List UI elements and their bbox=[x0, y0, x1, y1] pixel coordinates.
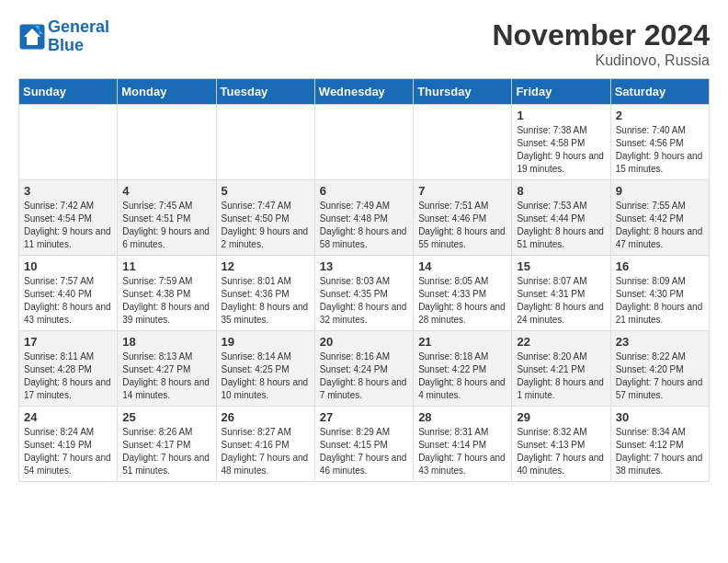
calendar-cell-w3-d2: 11 Sunrise: 7:59 AM Sunset: 4:38 PM Dayl… bbox=[118, 256, 216, 331]
sunrise-text: Sunrise: 8:09 AM bbox=[616, 276, 686, 286]
day-number: 22 bbox=[517, 335, 605, 349]
calendar-cell-w4-d5: 21 Sunrise: 8:18 AM Sunset: 4:22 PM Dayl… bbox=[414, 331, 512, 407]
sunset-text: Sunset: 4:25 PM bbox=[222, 364, 290, 374]
sunset-text: Sunset: 4:20 PM bbox=[616, 364, 684, 374]
day-info: Sunrise: 8:24 AM Sunset: 4:19 PM Dayligh… bbox=[24, 426, 112, 477]
calendar-header-row: Sunday Monday Tuesday Wednesday Thursday… bbox=[19, 79, 710, 105]
sunset-text: Sunset: 4:14 PM bbox=[418, 440, 486, 450]
calendar-cell-w1-d3 bbox=[216, 105, 314, 180]
daylight-text: Daylight: 9 hours and 2 minutes. bbox=[222, 226, 309, 249]
calendar-cell-w2-d6: 8 Sunrise: 7:53 AM Sunset: 4:44 PM Dayli… bbox=[512, 180, 610, 256]
sunrise-text: Sunrise: 7:55 AM bbox=[616, 201, 686, 211]
day-info: Sunrise: 8:13 AM Sunset: 4:27 PM Dayligh… bbox=[122, 350, 210, 402]
day-number: 26 bbox=[222, 410, 310, 424]
day-number: 17 bbox=[24, 335, 112, 349]
daylight-text: Daylight: 8 hours and 7 minutes. bbox=[320, 377, 407, 400]
sunset-text: Sunset: 4:16 PM bbox=[222, 440, 290, 450]
calendar-cell-w5-d7: 30 Sunrise: 8:34 AM Sunset: 4:12 PM Dayl… bbox=[610, 407, 709, 482]
calendar-cell-w4-d7: 23 Sunrise: 8:22 AM Sunset: 4:20 PM Dayl… bbox=[610, 331, 709, 407]
daylight-text: Daylight: 8 hours and 43 minutes. bbox=[24, 302, 111, 325]
header-thursday: Thursday bbox=[414, 79, 512, 105]
day-number: 8 bbox=[517, 184, 605, 198]
day-info: Sunrise: 7:51 AM Sunset: 4:46 PM Dayligh… bbox=[418, 200, 506, 251]
daylight-text: Daylight: 9 hours and 19 minutes. bbox=[517, 151, 604, 174]
sunrise-text: Sunrise: 8:27 AM bbox=[222, 427, 291, 437]
calendar-cell-w4-d6: 22 Sunrise: 8:20 AM Sunset: 4:21 PM Dayl… bbox=[512, 331, 610, 407]
sunrise-text: Sunrise: 7:57 AM bbox=[24, 276, 94, 286]
day-info: Sunrise: 8:29 AM Sunset: 4:15 PM Dayligh… bbox=[320, 426, 408, 477]
sunset-text: Sunset: 4:56 PM bbox=[616, 138, 684, 148]
day-info: Sunrise: 8:07 AM Sunset: 4:31 PM Dayligh… bbox=[517, 275, 605, 327]
header-friday: Friday bbox=[512, 79, 610, 105]
sunset-text: Sunset: 4:22 PM bbox=[418, 364, 486, 374]
daylight-text: Daylight: 9 hours and 11 minutes. bbox=[24, 226, 111, 249]
calendar-cell-w1-d5 bbox=[414, 105, 512, 180]
sunset-text: Sunset: 4:51 PM bbox=[122, 213, 190, 224]
day-number: 10 bbox=[24, 259, 112, 273]
daylight-text: Daylight: 7 hours and 48 minutes. bbox=[222, 453, 309, 476]
sunset-text: Sunset: 4:35 PM bbox=[320, 289, 388, 299]
calendar-cell-w5-d4: 27 Sunrise: 8:29 AM Sunset: 4:15 PM Dayl… bbox=[314, 407, 413, 482]
sunrise-text: Sunrise: 7:38 AM bbox=[517, 125, 586, 135]
sunrise-text: Sunrise: 8:26 AM bbox=[122, 427, 192, 437]
daylight-text: Daylight: 7 hours and 46 minutes. bbox=[320, 453, 407, 476]
day-info: Sunrise: 8:11 AM Sunset: 4:28 PM Dayligh… bbox=[24, 350, 112, 402]
sunrise-text: Sunrise: 7:47 AM bbox=[222, 201, 291, 211]
daylight-text: Daylight: 8 hours and 21 minutes. bbox=[616, 302, 703, 325]
calendar-week-5: 24 Sunrise: 8:24 AM Sunset: 4:19 PM Dayl… bbox=[19, 407, 710, 482]
day-info: Sunrise: 8:22 AM Sunset: 4:20 PM Dayligh… bbox=[616, 350, 704, 402]
daylight-text: Daylight: 8 hours and 1 minute. bbox=[517, 377, 604, 400]
day-number: 29 bbox=[517, 410, 605, 424]
sunrise-text: Sunrise: 7:40 AM bbox=[616, 125, 686, 135]
sunset-text: Sunset: 4:31 PM bbox=[517, 289, 585, 299]
sunset-text: Sunset: 4:48 PM bbox=[320, 213, 388, 224]
sunset-text: Sunset: 4:42 PM bbox=[616, 213, 684, 224]
day-info: Sunrise: 8:03 AM Sunset: 4:35 PM Dayligh… bbox=[320, 275, 408, 327]
calendar-cell-w1-d7: 2 Sunrise: 7:40 AM Sunset: 4:56 PM Dayli… bbox=[610, 105, 709, 180]
header-monday: Monday bbox=[118, 79, 216, 105]
calendar-cell-w2-d4: 6 Sunrise: 7:49 AM Sunset: 4:48 PM Dayli… bbox=[314, 180, 413, 256]
daylight-text: Daylight: 8 hours and 58 minutes. bbox=[320, 226, 407, 249]
sunrise-text: Sunrise: 7:45 AM bbox=[122, 201, 192, 211]
sunset-text: Sunset: 4:44 PM bbox=[517, 213, 585, 224]
calendar-cell-w4-d2: 18 Sunrise: 8:13 AM Sunset: 4:27 PM Dayl… bbox=[118, 331, 216, 407]
daylight-text: Daylight: 8 hours and 14 minutes. bbox=[122, 377, 210, 400]
sunrise-text: Sunrise: 8:07 AM bbox=[517, 276, 586, 286]
day-info: Sunrise: 8:32 AM Sunset: 4:13 PM Dayligh… bbox=[517, 426, 605, 477]
calendar-cell-w1-d2 bbox=[118, 105, 216, 180]
calendar-cell-w4-d3: 19 Sunrise: 8:14 AM Sunset: 4:25 PM Dayl… bbox=[216, 331, 314, 407]
sunrise-text: Sunrise: 8:11 AM bbox=[24, 351, 94, 362]
daylight-text: Daylight: 8 hours and 55 minutes. bbox=[418, 226, 506, 249]
sunrise-text: Sunrise: 7:42 AM bbox=[24, 201, 94, 211]
calendar-week-4: 17 Sunrise: 8:11 AM Sunset: 4:28 PM Dayl… bbox=[19, 331, 710, 407]
day-number: 15 bbox=[517, 259, 605, 273]
logo-line1: General bbox=[48, 17, 109, 36]
location: Kudinovo, Russia bbox=[492, 52, 710, 69]
logo-line2: Blue bbox=[48, 36, 84, 54]
month-title: November 2024 bbox=[492, 18, 710, 52]
sunrise-text: Sunrise: 8:32 AM bbox=[517, 427, 586, 437]
daylight-text: Daylight: 8 hours and 10 minutes. bbox=[222, 377, 309, 400]
day-info: Sunrise: 8:26 AM Sunset: 4:17 PM Dayligh… bbox=[122, 426, 210, 477]
sunrise-text: Sunrise: 8:29 AM bbox=[320, 427, 390, 437]
day-info: Sunrise: 7:57 AM Sunset: 4:40 PM Dayligh… bbox=[24, 275, 112, 327]
day-number: 7 bbox=[418, 184, 506, 198]
calendar-week-3: 10 Sunrise: 7:57 AM Sunset: 4:40 PM Dayl… bbox=[19, 256, 710, 331]
calendar-cell-w5-d6: 29 Sunrise: 8:32 AM Sunset: 4:13 PM Dayl… bbox=[512, 407, 610, 482]
calendar-cell-w2-d1: 3 Sunrise: 7:42 AM Sunset: 4:54 PM Dayli… bbox=[19, 180, 118, 256]
header-tuesday: Tuesday bbox=[216, 79, 314, 105]
calendar-cell-w1-d1 bbox=[19, 105, 118, 180]
daylight-text: Daylight: 8 hours and 32 minutes. bbox=[320, 302, 407, 325]
day-number: 4 bbox=[122, 184, 210, 198]
day-info: Sunrise: 7:55 AM Sunset: 4:42 PM Dayligh… bbox=[616, 200, 704, 251]
day-number: 21 bbox=[418, 335, 506, 349]
sunset-text: Sunset: 4:19 PM bbox=[24, 440, 92, 450]
sunset-text: Sunset: 4:36 PM bbox=[222, 289, 290, 299]
header-saturday: Saturday bbox=[610, 79, 709, 105]
calendar-cell-w2-d7: 9 Sunrise: 7:55 AM Sunset: 4:42 PM Dayli… bbox=[610, 180, 709, 256]
calendar-cell-w3-d6: 15 Sunrise: 8:07 AM Sunset: 4:31 PM Dayl… bbox=[512, 256, 610, 331]
day-number: 2 bbox=[616, 109, 704, 122]
day-number: 1 bbox=[517, 109, 605, 122]
day-info: Sunrise: 8:18 AM Sunset: 4:22 PM Dayligh… bbox=[418, 350, 506, 402]
daylight-text: Daylight: 7 hours and 40 minutes. bbox=[517, 453, 604, 476]
